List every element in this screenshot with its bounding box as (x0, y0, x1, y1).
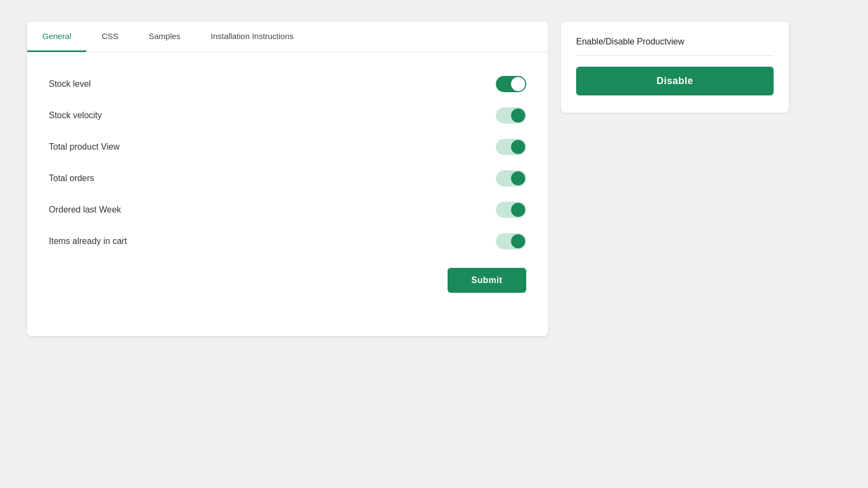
toggle-total-product-view[interactable] (496, 139, 526, 155)
toggle-label-stock-level: Stock level (49, 79, 91, 89)
toggle-label-total-orders: Total orders (49, 174, 94, 183)
toggle-row-stock-level: Stock level (49, 68, 526, 100)
toggle-label-ordered-last-week: Ordered last Week (49, 205, 121, 215)
submit-button[interactable]: Submit (448, 268, 526, 293)
toggle-ordered-last-week[interactable] (496, 202, 526, 218)
toggle-label-total-product-view: Total product View (49, 142, 119, 152)
toggle-knob-total-product-view (511, 140, 525, 154)
tab-general[interactable]: General (27, 22, 86, 52)
toggle-knob-stock-level (511, 77, 525, 91)
toggle-row-ordered-last-week: Ordered last Week (49, 194, 526, 226)
sidebar-title: Enable/Disable Productview (576, 37, 774, 56)
main-card: General CSS Samples Installation Instruc… (27, 22, 548, 336)
tab-samples[interactable]: Samples (133, 22, 195, 52)
toggle-row-stock-velocity: Stock velocity (49, 100, 526, 131)
toggle-label-stock-velocity: Stock velocity (49, 111, 102, 120)
toggle-stock-velocity[interactable] (496, 107, 526, 124)
toggle-stock-level[interactable] (496, 76, 526, 92)
toggle-row-total-product-view: Total product View (49, 131, 526, 163)
toggle-row-items-in-cart: Items already in cart (49, 226, 526, 257)
toggle-knob-stock-velocity (511, 108, 525, 123)
sidebar-card: Enable/Disable Productview Disable (561, 22, 789, 113)
toggle-knob-items-in-cart (511, 234, 525, 248)
tabs-bar: General CSS Samples Installation Instruc… (27, 22, 548, 52)
toggle-knob-ordered-last-week (511, 203, 525, 217)
tab-installation[interactable]: Installation Instructions (196, 22, 309, 52)
submit-row: Submit (49, 268, 526, 293)
toggle-items-in-cart[interactable] (496, 233, 526, 249)
toggle-label-items-in-cart: Items already in cart (49, 236, 127, 246)
toggle-total-orders[interactable] (496, 170, 526, 187)
toggle-knob-total-orders (511, 171, 525, 185)
toggle-row-total-orders: Total orders (49, 163, 526, 194)
tab-css[interactable]: CSS (86, 22, 133, 52)
tab-content-general: Stock level Stock velocity Total product… (27, 52, 548, 314)
disable-button[interactable]: Disable (576, 67, 774, 95)
